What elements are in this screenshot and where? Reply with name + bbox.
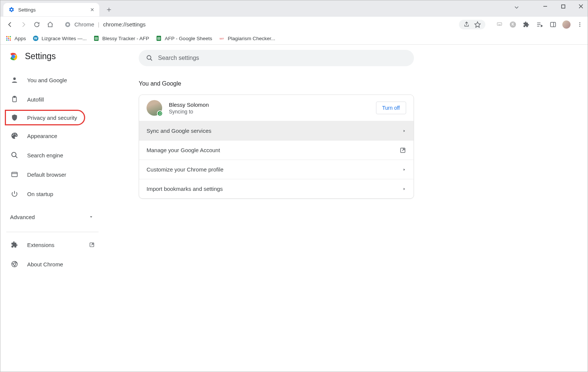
bookmark-label: Plagiarism Checker...	[228, 36, 275, 41]
sidebar-item-label: About Chrome	[27, 261, 63, 267]
playlist-icon[interactable]	[536, 20, 544, 29]
home-button[interactable]	[44, 19, 56, 31]
sidebar-item-autofill[interactable]: Autofill	[0, 90, 105, 109]
row-label: Sync and Google services	[147, 128, 211, 134]
omnibox-separator: |	[98, 21, 99, 28]
forward-button[interactable]	[17, 19, 29, 31]
turn-off-button[interactable]: Turn off	[376, 102, 406, 114]
chrome-outline-icon	[11, 260, 18, 268]
settings-search-input[interactable]	[158, 55, 407, 61]
sidebar-separator	[6, 232, 99, 232]
svg-rect-51	[12, 172, 17, 177]
external-link-icon	[89, 242, 95, 248]
minimize-button[interactable]	[541, 2, 550, 11]
content-area: You and Google Blessy Solomon Syncing to…	[105, 45, 588, 372]
row-label: Import bookmarks and settings	[147, 186, 223, 192]
sidebar-item-label: Search engine	[27, 152, 63, 158]
svg-text:W: W	[34, 36, 37, 40]
person-icon	[11, 76, 18, 84]
svg-point-30	[8, 39, 9, 41]
browser-window-icon	[11, 171, 18, 178]
close-icon[interactable]	[89, 6, 96, 13]
sidebar-item-about-chrome[interactable]: About Chrome	[0, 254, 105, 274]
extensions-puzzle-icon[interactable]	[522, 20, 530, 29]
settings-search-box[interactable]	[139, 50, 414, 66]
row-import-bookmarks[interactable]: Import bookmarks and settings	[139, 179, 414, 198]
chevron-right-icon	[402, 168, 406, 171]
chevron-right-icon	[402, 129, 406, 133]
new-tab-button[interactable]	[104, 4, 114, 15]
bookmark-afp-sheets[interactable]: AFP - Google Sheets	[156, 35, 212, 41]
sidebar-item-search-engine[interactable]: Search engine	[0, 145, 105, 165]
sidebar-item-default-browser[interactable]: Default browser	[0, 165, 105, 184]
svg-point-25	[10, 36, 11, 37]
svg-point-23	[6, 36, 7, 37]
svg-point-60	[147, 55, 151, 60]
omnibox-security: Chrome |	[65, 21, 99, 28]
svg-point-28	[10, 38, 11, 39]
svg-text:K: K	[511, 22, 514, 26]
bookmark-blessy-tracker[interactable]: Blessy Tracker - AFP	[93, 35, 149, 41]
chevron-right-icon	[402, 187, 406, 191]
pocket-icon[interactable]	[495, 20, 504, 29]
main-area: Settings You and Google Autofill Privacy…	[0, 45, 588, 372]
section-title: You and Google	[139, 80, 181, 87]
chrome-logo-icon	[9, 52, 18, 61]
k-badge-icon[interactable]: K	[509, 20, 517, 29]
tabs-chevron-icon[interactable]	[513, 4, 520, 11]
chrome-badge-icon	[65, 22, 71, 28]
wordpress-icon: W	[33, 35, 39, 41]
svg-rect-48	[14, 96, 16, 97]
browser-tab[interactable]: Settings	[3, 3, 99, 16]
share-icon[interactable]	[463, 21, 470, 28]
sidebar-item-appearance[interactable]: Appearance	[0, 126, 105, 145]
app-header: Settings	[0, 51, 105, 70]
svg-marker-62	[404, 130, 405, 132]
close-window-button[interactable]	[576, 2, 585, 11]
sidebar-item-privacy-security[interactable]: Privacy and security	[5, 110, 85, 125]
maximize-button[interactable]	[559, 2, 568, 11]
sidebar-item-label: You and Google	[27, 77, 67, 83]
apps-grid-icon	[6, 35, 12, 41]
sidebar-item-on-startup[interactable]: On startup	[0, 184, 105, 203]
sidebar-item-label: On startup	[27, 191, 53, 197]
kebab-menu-icon[interactable]	[576, 20, 584, 29]
svg-line-61	[150, 59, 152, 61]
svg-point-24	[8, 36, 9, 37]
svg-point-9	[67, 23, 69, 26]
sst-icon: SST	[219, 35, 225, 41]
bookmark-lizgrace[interactable]: W Lizgrace Writes —...	[33, 35, 87, 41]
puzzle-icon	[11, 241, 18, 248]
svg-point-22	[579, 26, 581, 27]
profile-name: Blessy Solomon	[169, 102, 209, 108]
bookmark-label: AFP - Google Sheets	[165, 36, 212, 41]
back-button[interactable]	[4, 19, 16, 31]
profile-avatar-small[interactable]	[562, 20, 571, 29]
power-icon	[11, 190, 18, 198]
svg-marker-64	[404, 169, 405, 171]
svg-point-20	[579, 22, 581, 23]
row-sync-services[interactable]: Sync and Google services	[139, 121, 414, 140]
bookmark-apps[interactable]: Apps	[6, 35, 26, 41]
bookmark-star-icon[interactable]	[474, 21, 481, 28]
row-customize-profile[interactable]: Customize your Chrome profile	[139, 160, 414, 179]
svg-rect-5	[562, 5, 565, 8]
sidebar-item-extensions[interactable]: Extensions	[0, 235, 105, 254]
svg-point-26	[6, 38, 7, 39]
sync-badge-icon	[157, 110, 163, 116]
row-manage-account[interactable]: Manage your Google Account	[139, 140, 414, 160]
sidebar-item-you-and-google[interactable]: You and Google	[0, 70, 105, 90]
bookmarks-bar: Apps W Lizgrace Writes —... Blessy Track…	[0, 32, 588, 45]
sidebar-advanced-toggle[interactable]: Advanced	[0, 207, 105, 227]
svg-point-49	[12, 153, 16, 157]
tab-title: Settings	[18, 7, 89, 13]
omnibox-label: Chrome	[74, 21, 94, 28]
profile-status: Syncing to	[169, 109, 209, 115]
sidepanel-icon[interactable]	[549, 20, 557, 29]
svg-marker-65	[404, 188, 405, 190]
omnibox[interactable]: Chrome | chrome://settings	[59, 18, 491, 31]
reload-button[interactable]	[31, 19, 43, 31]
bookmark-plagiarism[interactable]: SST Plagiarism Checker...	[219, 35, 275, 41]
gear-icon	[9, 7, 15, 13]
svg-point-27	[8, 38, 9, 39]
